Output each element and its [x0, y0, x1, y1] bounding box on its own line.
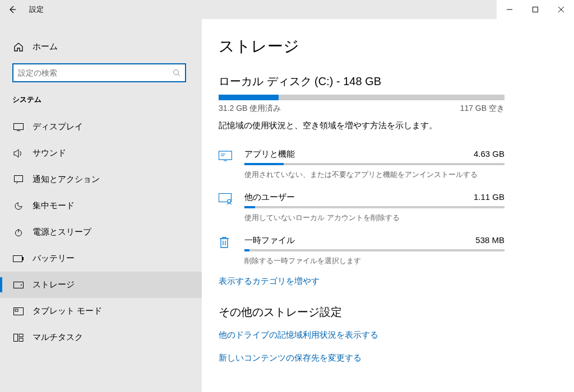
multitask-icon: [12, 334, 25, 342]
focus-icon: [12, 202, 25, 211]
svg-rect-13: [19, 338, 23, 342]
home-label: ホーム: [33, 41, 58, 52]
nav-battery[interactable]: バッテリー: [0, 245, 202, 272]
search-input[interactable]: [12, 63, 186, 82]
window-title: 設定: [29, 4, 44, 15]
search-icon: [173, 69, 180, 77]
trash-icon: [219, 235, 244, 249]
svg-rect-5: [13, 255, 22, 262]
maximize-button[interactable]: [522, 0, 548, 19]
svg-point-1: [174, 70, 179, 75]
svg-rect-0: [533, 7, 538, 12]
tablet-icon: [12, 307, 25, 315]
other-drives-link[interactable]: 他のドライブの記憶域利用状況を表示する: [219, 330, 552, 340]
category-apps[interactable]: アプリと機能4.63 GB 使用されていない、または不要なアプリと機能をアンイン…: [219, 144, 504, 188]
category-other-users[interactable]: 他のユーザー1.11 GB 使用していないローカル アカウントを削除する: [219, 188, 504, 231]
svg-rect-14: [219, 151, 232, 160]
home-link[interactable]: ホーム: [0, 36, 202, 58]
storage-icon: [12, 282, 25, 288]
nav-display[interactable]: ディスプレイ: [0, 114, 202, 140]
show-more-categories-link[interactable]: 表示するカテゴリを増やす: [219, 276, 552, 287]
close-button[interactable]: [548, 0, 574, 19]
search-field[interactable]: [18, 68, 173, 77]
nav-power[interactable]: 電源とスリープ: [0, 219, 202, 245]
disk-used-fill: [219, 95, 279, 100]
display-icon: [12, 123, 25, 131]
sound-icon: [12, 149, 25, 158]
notification-icon: [12, 175, 25, 184]
other-storage-title: その他のストレージ設定: [219, 305, 552, 320]
disk-title: ローカル ディスク (C:) - 148 GB: [219, 74, 552, 89]
disk-labels: 31.2 GB 使用済み 117 GB 空き: [219, 104, 504, 114]
apps-icon: [219, 149, 244, 161]
section-label: システム: [0, 92, 202, 114]
used-label: 31.2 GB 使用済み: [219, 104, 281, 114]
titlebar: 設定: [0, 0, 574, 19]
battery-icon: [12, 255, 25, 262]
power-icon: [12, 228, 25, 237]
svg-rect-3: [15, 175, 23, 181]
sidebar: ホーム システム ディスプレイ サウンド 通知とアクション 集中モード 電源: [0, 19, 202, 392]
users-icon: [219, 192, 244, 204]
nav-tablet[interactable]: タブレット モード: [0, 298, 202, 324]
svg-rect-11: [14, 334, 18, 341]
svg-rect-6: [22, 257, 24, 260]
minimize-button[interactable]: [497, 0, 522, 19]
category-temp-files[interactable]: 一時ファイル538 MB 削除する一時ファイルを選択します: [219, 231, 504, 274]
nav-storage[interactable]: ストレージ: [0, 272, 202, 298]
home-icon: [12, 42, 25, 52]
back-button[interactable]: [4, 2, 20, 17]
nav-notifications[interactable]: 通知とアクション: [0, 166, 202, 193]
page-title: ストレージ: [219, 36, 552, 57]
change-save-location-link[interactable]: 新しいコンテンツの保存先を変更する: [219, 353, 552, 363]
free-label: 117 GB 空き: [460, 104, 504, 114]
nav-focus[interactable]: 集中モード: [0, 193, 202, 219]
nav-sound[interactable]: サウンド: [0, 140, 202, 166]
disk-usage-bar: [219, 95, 504, 100]
svg-rect-2: [14, 123, 24, 129]
svg-rect-12: [19, 334, 23, 337]
disk-desc: 記憶域の使用状況と、空き領域を増やす方法を示します。: [219, 120, 552, 131]
svg-point-8: [21, 284, 22, 286]
svg-rect-10: [15, 309, 18, 311]
svg-point-16: [228, 199, 231, 203]
main-content: ストレージ ローカル ディスク (C:) - 148 GB 31.2 GB 使用…: [202, 19, 574, 392]
nav-multitask[interactable]: マルチタスク: [0, 324, 202, 351]
